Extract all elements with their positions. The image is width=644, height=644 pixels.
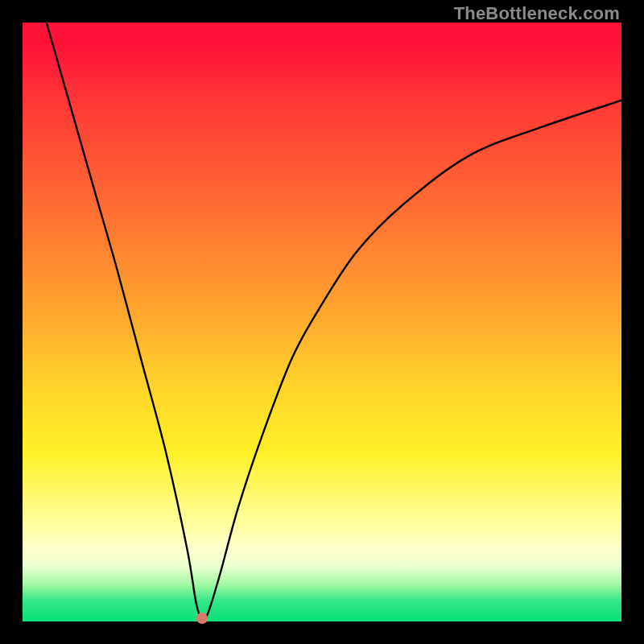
bottleneck-curve (23, 23, 621, 621)
min-point-dot (196, 613, 208, 624)
plot-area (23, 23, 621, 621)
watermark-text: TheBottleneck.com (454, 3, 620, 24)
chart-frame: TheBottleneck.com (0, 0, 644, 644)
